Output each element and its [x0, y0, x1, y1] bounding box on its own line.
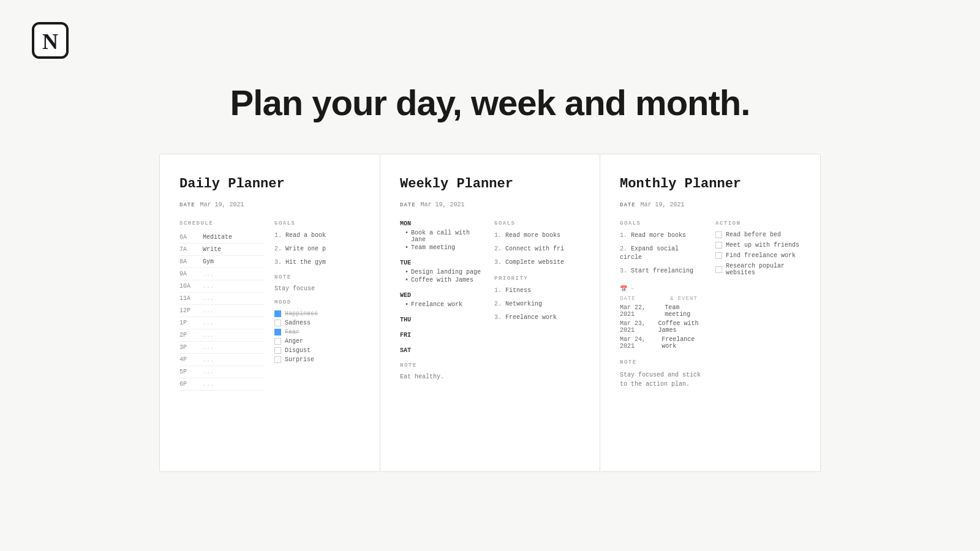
action-4: Research popular websites	[715, 263, 801, 276]
mood-surprise-checkbox[interactable]	[274, 356, 281, 363]
daily-date-row: DATE Mar 19, 2021	[179, 201, 360, 208]
priority-2: 2. Networking	[494, 300, 580, 309]
mood-happiness: Happiness	[274, 310, 360, 317]
schedule-row-9a: 9A ...	[179, 268, 265, 280]
header: N	[0, 0, 980, 64]
event-date-1: Mar 22, 2021	[620, 304, 657, 318]
action-1-label: Read before bed	[726, 231, 781, 238]
mood-sadness-label: Sadness	[285, 320, 311, 326]
weekly-goals-column: GOALS 1. Read more books 2. Connect with…	[494, 220, 580, 380]
weekly-goal-2: 2. Connect with fri	[494, 245, 580, 253]
mon-item-2: •Team meeting	[400, 244, 482, 251]
event-row-3: Mar 24, 2021 Freelance work	[620, 336, 703, 350]
event-date-3: Mar 24, 2021	[620, 336, 654, 350]
action-1-checkbox[interactable]	[715, 231, 722, 238]
monthly-events-section: 📅 – Date & Event Mar 22, 2021 Team meeti…	[620, 285, 703, 350]
daily-goals-column: GOALS 1. Read a book 2. Write one p 3. H…	[274, 220, 360, 391]
schedule-row-8a: 8A Gym	[179, 256, 265, 268]
svg-text:N: N	[42, 29, 58, 54]
mood-anger: Anger	[274, 338, 360, 345]
event-name-3: Freelance work	[662, 336, 703, 350]
events-table-header: Date & Event	[620, 296, 703, 302]
time-8a: 8A	[179, 258, 197, 265]
time-6a: 6A	[179, 234, 197, 241]
schedule-row-11a: 11A ...	[179, 293, 265, 305]
goals-label-daily: GOALS	[274, 220, 360, 227]
monthly-goal-2: 2. Expand social circle	[620, 245, 703, 262]
cards-container: Daily Planner DATE Mar 19, 2021 SCHEDULE…	[0, 154, 980, 472]
daily-layout: SCHEDULE 6A Meditate 7A Write 8A Gym 9A …	[179, 220, 360, 391]
daily-date-label: DATE	[179, 202, 195, 208]
day-fri-label: FRI	[400, 332, 482, 339]
goals-label-monthly: GOALS	[620, 220, 703, 227]
weekly-date-row: DATE Mar 19, 2021	[400, 201, 580, 208]
day-wed: WED •Freelance work	[400, 292, 482, 308]
monthly-note-text: Stay focused and stick to the action pla…	[620, 370, 703, 389]
daily-goal-1: 1. Read a book	[274, 231, 360, 240]
time-2p: 2P	[179, 332, 197, 339]
event-name-2: Coffee with James	[658, 320, 703, 334]
monthly-date-value: Mar 19, 2021	[641, 201, 685, 208]
weekly-note-section: NOTE Eat healthy.	[400, 362, 482, 380]
notion-logo: N	[29, 20, 71, 61]
schedule-row-12p: 12P ...	[179, 305, 265, 317]
day-mon-label: MON	[400, 220, 482, 227]
event-name-1: Team meeting	[665, 304, 703, 318]
action-4-label: Research popular websites	[726, 263, 801, 276]
mood-surprise-label: Surprise	[285, 356, 314, 363]
day-tue: TUE •Design landing page •Coffee with Ja…	[400, 260, 482, 283]
schedule-row-5p: 5P ...	[179, 366, 265, 378]
mood-sadness-checkbox[interactable]	[274, 320, 281, 326]
day-wed-label: WED	[400, 292, 482, 299]
mood-anger-label: Anger	[285, 338, 303, 345]
weekly-layout: MON •Book a call with Jane •Team meeting…	[400, 220, 580, 380]
mon-item-1: •Book a call with Jane	[400, 230, 482, 243]
task-6a: Meditate	[203, 234, 232, 241]
note-label-weekly: NOTE	[400, 362, 482, 369]
event-row-1: Mar 22, 2021 Team meeting	[620, 304, 703, 318]
action-3: Find freelance work	[715, 252, 801, 259]
daily-date-value: Mar 19, 2021	[200, 201, 244, 208]
weekly-days: MON •Book a call with Jane •Team meeting…	[400, 220, 482, 380]
mood-anger-checkbox[interactable]	[274, 338, 281, 345]
event-date-2: Mar 23, 2021	[620, 320, 650, 334]
weekly-note-text: Eat healthy.	[400, 373, 482, 380]
time-12p: 12P	[179, 307, 197, 314]
mood-surprise: Surprise	[274, 356, 360, 363]
day-sat-label: SAT	[400, 347, 482, 354]
mood-disgust-checkbox[interactable]	[274, 347, 281, 354]
daily-planner-card: Daily Planner DATE Mar 19, 2021 SCHEDULE…	[159, 154, 380, 472]
monthly-planner-title: Monthly Planner	[620, 176, 801, 192]
daily-schedule: SCHEDULE 6A Meditate 7A Write 8A Gym 9A …	[179, 220, 265, 391]
weekly-date-label: DATE	[400, 202, 416, 208]
day-mon: MON •Book a call with Jane •Team meeting	[400, 220, 482, 251]
monthly-note-section: NOTE Stay focused and stick to the actio…	[620, 359, 703, 389]
day-thu: THU	[400, 317, 482, 323]
priority-3: 3. Freelance work	[494, 313, 580, 322]
mood-happiness-checkbox[interactable]	[274, 310, 281, 317]
monthly-goal-3: 3. Start freelancing	[620, 267, 703, 276]
day-tue-label: TUE	[400, 260, 482, 266]
mood-fear: Fear	[274, 329, 360, 335]
daily-note-text: Stay focuse	[274, 285, 360, 292]
event-row-2: Mar 23, 2021 Coffee with James	[620, 320, 703, 334]
action-4-checkbox[interactable]	[715, 266, 722, 273]
action-3-checkbox[interactable]	[715, 252, 722, 259]
monthly-date-row: DATE Mar 19, 2021	[620, 201, 801, 208]
action-2: Meet up with friends	[715, 242, 801, 249]
action-2-checkbox[interactable]	[715, 242, 722, 249]
day-sat: SAT	[400, 347, 482, 354]
wed-item-1: •Freelance work	[400, 301, 482, 308]
schedule-row-1p: 1P ...	[179, 317, 265, 329]
mood-fear-checkbox[interactable]	[274, 329, 281, 335]
schedule-row-6a: 6A Meditate	[179, 231, 265, 244]
tue-item-2: •Coffee with James	[400, 277, 482, 283]
schedule-row-6p: 6P ...	[179, 378, 265, 391]
time-4p: 4P	[179, 356, 197, 363]
daily-goal-2: 2. Write one p	[274, 245, 360, 253]
task-8a: Gym	[203, 258, 214, 265]
monthly-planner-card: Monthly Planner DATE Mar 19, 2021 GOALS …	[600, 154, 821, 472]
daily-mood-section: MOOD Happiness Sadness Fear	[274, 299, 360, 363]
mood-label-daily: MOOD	[274, 299, 360, 305]
note-label-monthly: NOTE	[620, 359, 703, 365]
